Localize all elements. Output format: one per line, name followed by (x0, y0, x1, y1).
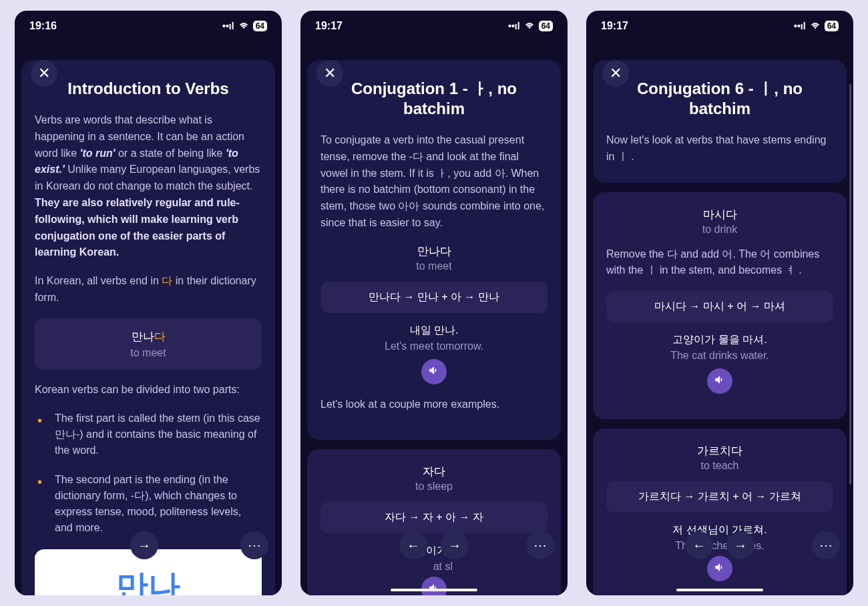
verb-english: to sleep (320, 481, 548, 493)
status-indicators: ••ıl 64 (794, 21, 839, 31)
signal-icon: ••ıl (794, 21, 806, 31)
verb-korean: 가르치다 (606, 443, 833, 459)
lesson-closing: Let's look at a couple more examples. (320, 396, 548, 413)
verb-korean: 만나다 (320, 244, 548, 259)
speaker-icon (428, 364, 440, 379)
conjugation-formula-2: 가르치다 → 가르치 + 어 → 가르쳐 (606, 481, 833, 513)
conjugation-formula-1: 마시다 → 마시 + 어 → 마셔 (606, 291, 833, 322)
verb-english: to meet (320, 260, 548, 272)
audio-play-button[interactable] (707, 556, 732, 581)
conjugation-formula-2: 자다 → 자 + 아 → 자 (320, 502, 548, 533)
close-button[interactable]: ✕ (602, 60, 629, 87)
content-area: Conjugation 1 - ㅏ, no batchim To conjuga… (300, 36, 568, 595)
status-time: 19:16 (29, 20, 57, 32)
status-time: 19:17 (601, 20, 628, 32)
more-button[interactable]: ⋯ (812, 531, 840, 559)
verb-korean: 자다 (320, 464, 548, 479)
home-indicator (391, 589, 477, 591)
next-button[interactable]: → (441, 531, 469, 559)
verb-entry-1: 만나다 to meet (320, 244, 548, 272)
bullet-item-1: The first part is called the stem (in th… (35, 410, 262, 459)
example-translation: to meet (45, 347, 251, 359)
arrow-right-icon: → (138, 538, 151, 553)
ellipsis-icon: ⋯ (819, 537, 833, 553)
next-button[interactable]: → (130, 531, 158, 559)
status-time: 19:17 (315, 20, 343, 32)
battery-indicator: 64 (825, 21, 839, 31)
close-button[interactable]: ✕ (316, 60, 343, 87)
example-korean: 내일 만나. (320, 324, 548, 338)
phone-screen-2: 19:17 ••ıl 64 ✕ Conjugation 1 - ㅏ, no ba… (300, 11, 568, 595)
example-box: 만나다 to meet (35, 318, 262, 370)
phone-screen-3: 19:17 ••ıl 64 ✕ Conjugation 6 - ㅣ, no ba… (586, 11, 853, 595)
prev-button[interactable]: ← (399, 531, 427, 559)
arrow-right-icon: → (734, 538, 747, 553)
next-button[interactable]: → (726, 531, 754, 559)
speaker-icon (714, 561, 726, 576)
wifi-icon (524, 21, 535, 31)
battery-indicator: 64 (539, 21, 553, 31)
lesson-card-2: 가르치다 to teach 가르치다 → 가르치 + 어 → 가르쳐 저 선생님… (593, 428, 847, 595)
verb-entry-1: 마시다 to drink (606, 207, 833, 236)
arrow-right-icon: → (448, 538, 461, 553)
verb-english: to teach (606, 460, 833, 472)
close-button[interactable]: ✕ (31, 60, 57, 87)
nav-controls: ← → (685, 531, 754, 559)
close-icon: ✕ (610, 65, 622, 82)
audio-play-button[interactable] (707, 368, 732, 394)
lesson-card: Introduction to Verbs Verbs are words th… (21, 60, 275, 595)
lesson-paragraph-1: Verbs are words that describe what is ha… (35, 112, 262, 261)
content-area: Introduction to Verbs Verbs are words th… (15, 36, 282, 595)
bullet-list: The first part is called the stem (in th… (35, 410, 262, 536)
lesson-paragraph-3: Korean verbs can be divided into two par… (35, 382, 262, 398)
close-icon: ✕ (324, 65, 336, 82)
example-sentence-1: 내일 만나. Let's meet tomorrow. (320, 324, 548, 384)
wifi-icon (238, 21, 249, 31)
arrow-left-icon: ← (692, 538, 706, 553)
signal-icon: ••ıl (508, 21, 520, 31)
prev-button[interactable]: ← (685, 531, 713, 559)
status-bar: 19:17 ••ıl 64 (300, 11, 568, 36)
speaker-icon (714, 374, 726, 388)
wifi-icon (810, 21, 821, 31)
conjugation-formula-1: 만나다 → 만나 + 아 → 만나 (320, 282, 548, 313)
audio-play-button[interactable] (421, 577, 447, 595)
verb-entry-2: 가르치다 to teach (606, 443, 833, 472)
status-bar: 19:17 ••ıl 64 (586, 11, 853, 36)
phone-screen-1: 19:16 ••ıl 64 ✕ Introduction to Verbs Ve… (15, 11, 282, 595)
ellipsis-icon: ⋯ (533, 537, 547, 553)
scroll-indicator (849, 84, 851, 485)
lesson-card-1: Conjugation 1 - ㅏ, no batchim To conjuga… (307, 60, 561, 440)
example-sentence-1: 고양이가 물을 마셔. The cat drinks water. (606, 333, 833, 394)
lesson-title: Conjugation 1 - ㅏ, no batchim (320, 79, 548, 119)
verb-korean: 마시다 (606, 207, 833, 222)
arrow-left-icon: ← (407, 538, 420, 553)
lesson-paragraph-2: In Korean, all verbs end in 다 in their d… (35, 273, 262, 306)
verb-entry-2: 자다 to sleep (320, 464, 548, 493)
status-indicators: ••ıl 64 (222, 21, 267, 31)
verb-breakdown-text: 만나 (51, 565, 246, 595)
example-english: Let's meet tomorrow. (320, 340, 548, 352)
status-indicators: ••ıl 64 (508, 21, 553, 31)
lesson-card-intro: Conjugation 6 - ㅣ, no batchim Now let's … (593, 60, 847, 183)
nav-controls: ← → (399, 531, 469, 559)
bullet-item-2: The second part is the ending (in the di… (35, 472, 262, 536)
content-area: Conjugation 6 - ㅣ, no batchim Now let's … (586, 36, 853, 595)
example-korean: 고양이가 물을 마셔. (606, 333, 833, 347)
ellipsis-icon: ⋯ (248, 537, 261, 553)
lesson-explanation: Remove the 다 and add 어. The 어 combines w… (606, 246, 833, 280)
more-button[interactable]: ⋯ (526, 531, 554, 559)
signal-icon: ••ıl (222, 21, 234, 31)
lesson-title: Conjugation 6 - ㅣ, no batchim (606, 79, 833, 119)
more-button[interactable]: ⋯ (240, 531, 268, 559)
example-korean: 만나다 (45, 329, 251, 344)
battery-indicator: 64 (253, 21, 267, 31)
close-icon: ✕ (38, 65, 50, 82)
lesson-card-2: 자다 to sleep 자다 → 자 + 아 → 자 고양이가 자. at sl (307, 449, 561, 595)
lesson-title: Introduction to Verbs (35, 79, 262, 99)
lesson-card-1: 마시다 to drink Remove the 다 and add 어. The… (593, 192, 847, 420)
home-indicator (676, 589, 763, 591)
audio-play-button[interactable] (421, 359, 447, 384)
verb-english: to drink (606, 224, 833, 236)
example-english-partial: at sl (320, 561, 548, 573)
